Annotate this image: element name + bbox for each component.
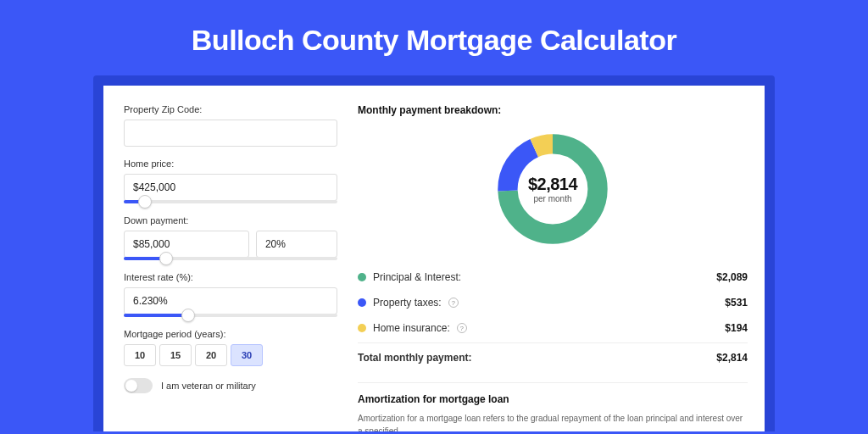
- info-icon[interactable]: ?: [448, 298, 459, 308]
- calculator-card: Property Zip Code: Home price: Down paym…: [103, 86, 765, 431]
- interest-slider[interactable]: [124, 314, 337, 317]
- legend-value: $2,089: [716, 271, 748, 283]
- card-outer: Property Zip Code: Home price: Down paym…: [93, 75, 775, 431]
- total-label: Total monthly payment:: [358, 352, 471, 364]
- info-icon[interactable]: ?: [457, 323, 467, 333]
- donut-container: $2,814 per month: [358, 130, 748, 248]
- period-buttons: 10152030: [124, 344, 337, 366]
- down-payment-label: Down payment:: [124, 215, 337, 225]
- down-payment-slider[interactable]: [124, 257, 337, 260]
- veteran-row: I am veteran or military: [124, 378, 337, 393]
- period-field: Mortgage period (years): 10152030: [124, 329, 337, 366]
- donut-sublabel: per month: [533, 194, 571, 203]
- legend-dot-icon: [358, 324, 366, 332]
- donut-value: $2,814: [528, 175, 577, 194]
- legend-value: $194: [725, 322, 748, 334]
- veteran-toggle[interactable]: [124, 378, 153, 393]
- interest-input[interactable]: [124, 287, 337, 314]
- breakdown-panel: Monthly payment breakdown: $2,814 per mo…: [358, 104, 748, 431]
- total-row: Total monthly payment: $2,814: [358, 342, 748, 370]
- home-price-field: Home price:: [124, 159, 337, 203]
- period-button-15[interactable]: 15: [159, 344, 192, 366]
- amortization-title: Amortization for mortgage loan: [358, 393, 748, 405]
- period-label: Mortgage period (years):: [124, 329, 337, 339]
- amortization-text: Amortization for a mortgage loan refers …: [358, 412, 748, 431]
- interest-label: Interest rate (%):: [124, 272, 337, 282]
- breakdown-title: Monthly payment breakdown:: [358, 104, 748, 116]
- legend-value: $531: [725, 297, 748, 309]
- page-title: Bulloch County Mortgage Calculator: [0, 0, 868, 75]
- zip-field: Property Zip Code:: [124, 104, 337, 147]
- home-price-label: Home price:: [124, 159, 337, 169]
- form-panel: Property Zip Code: Home price: Down paym…: [124, 104, 337, 431]
- legend-row: Property taxes:?$531: [358, 290, 748, 315]
- period-button-30[interactable]: 30: [231, 344, 263, 366]
- legend-dot-icon: [358, 298, 366, 307]
- donut-center: $2,814 per month: [493, 130, 612, 248]
- breakdown-legend: Principal & Interest:$2,089Property taxe…: [358, 264, 748, 341]
- payment-donut-chart: $2,814 per month: [493, 130, 612, 248]
- veteran-label: I am veteran or military: [161, 381, 256, 391]
- down-payment-percent-input[interactable]: [256, 231, 337, 258]
- legend-label: Property taxes:: [373, 297, 442, 309]
- legend-row: Principal & Interest:$2,089: [358, 264, 748, 290]
- zip-label: Property Zip Code:: [124, 104, 337, 114]
- legend-row: Home insurance:?$194: [358, 315, 748, 341]
- total-value: $2,814: [716, 352, 748, 364]
- period-button-20[interactable]: 20: [195, 344, 227, 366]
- down-payment-amount-input[interactable]: [124, 231, 249, 258]
- legend-label: Principal & Interest:: [373, 271, 461, 283]
- home-price-input[interactable]: [124, 174, 337, 201]
- period-button-10[interactable]: 10: [124, 344, 156, 366]
- interest-field: Interest rate (%):: [124, 272, 337, 317]
- amortization-section: Amortization for mortgage loan Amortizat…: [358, 382, 748, 431]
- home-price-slider[interactable]: [124, 200, 337, 203]
- legend-dot-icon: [358, 273, 366, 281]
- legend-label: Home insurance:: [373, 322, 450, 334]
- zip-input[interactable]: [124, 120, 337, 147]
- down-payment-field: Down payment:: [124, 215, 337, 260]
